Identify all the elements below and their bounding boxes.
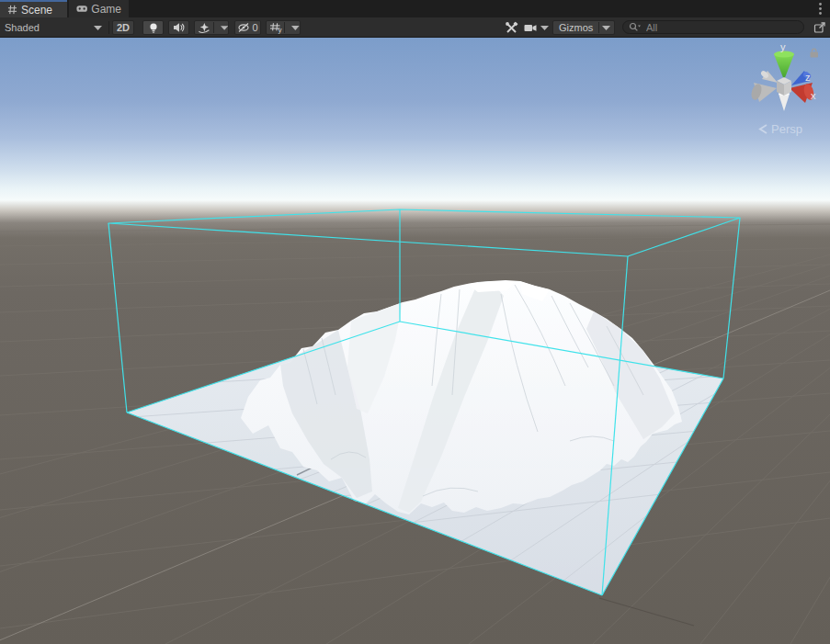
gizmo-y-label: y xyxy=(780,41,786,52)
2d-toggle-button[interactable]: 2D xyxy=(112,20,134,35)
chevron-down-icon xyxy=(291,26,300,30)
overflow-menu-icon[interactable] xyxy=(814,2,825,16)
tab-scene-label: Scene xyxy=(21,4,52,17)
chevron-down-icon xyxy=(221,26,228,30)
editor-tools-button[interactable] xyxy=(501,20,521,35)
lighting-toggle-button[interactable] xyxy=(142,20,164,35)
projection-label: Persp xyxy=(771,122,802,136)
unity-editor-window: { "tabs": { "scene": { "label": "Scene" … xyxy=(0,0,830,644)
scene-render: y z x Persp xyxy=(0,38,830,644)
gizmo-z-label: z xyxy=(805,72,811,83)
chevron-down-icon xyxy=(540,26,549,30)
eye-slash-icon xyxy=(237,22,250,33)
grid-visibility-dropdown[interactable]: y xyxy=(266,20,301,35)
search-input[interactable] xyxy=(644,21,786,34)
grid-axis-label: y xyxy=(278,26,281,34)
maximize-view-button[interactable] xyxy=(813,20,827,35)
tab-bar: Scene Game xyxy=(0,0,830,17)
audio-toggle-button[interactable] xyxy=(168,20,189,35)
expand-window-icon xyxy=(813,21,826,34)
effects-dropdown-button[interactable] xyxy=(194,20,229,35)
tab-game-label: Game xyxy=(91,3,121,16)
camera-icon xyxy=(524,23,537,33)
scene-toolbar: Shaded 2D xyxy=(0,17,830,38)
shading-mode-label: Shaded xyxy=(5,22,40,33)
hidden-objects-button[interactable]: 0 xyxy=(234,20,261,35)
scene-camera-dropdown[interactable] xyxy=(524,20,551,35)
lightbulb-icon xyxy=(148,22,159,34)
2d-toggle-label: 2D xyxy=(117,22,130,33)
tools-icon xyxy=(505,21,518,35)
scene-search-field[interactable] xyxy=(622,20,804,34)
gizmos-dropdown-button[interactable]: Gizmos xyxy=(552,20,615,35)
tab-game[interactable]: Game xyxy=(69,0,129,17)
search-icon xyxy=(629,22,641,32)
chevron-down-icon xyxy=(94,26,102,30)
speaker-icon xyxy=(173,22,185,33)
shading-mode-dropdown[interactable]: Shaded xyxy=(0,20,108,35)
gizmos-label: Gizmos xyxy=(559,22,593,33)
hidden-count: 0 xyxy=(252,22,257,33)
scene-viewport[interactable]: y z x Persp xyxy=(0,38,830,644)
gizmo-x-label: x xyxy=(811,90,816,101)
scene-grid-icon xyxy=(7,5,17,15)
chevron-down-icon xyxy=(602,26,610,30)
tab-scene[interactable]: Scene xyxy=(0,0,67,17)
gamepad-icon xyxy=(76,5,87,13)
effects-star-icon xyxy=(198,22,210,34)
